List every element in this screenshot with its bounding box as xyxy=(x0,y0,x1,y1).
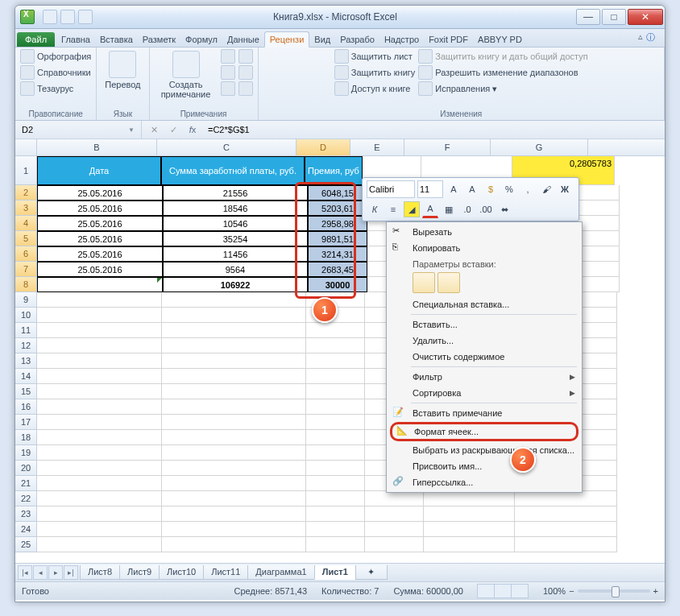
row-header-19[interactable]: 19 xyxy=(15,445,37,461)
ctx-filter[interactable]: Фильтр▶ xyxy=(388,369,580,385)
tab-home[interactable]: Главна xyxy=(56,32,95,47)
zoom-control[interactable]: 100% − + xyxy=(543,586,658,596)
sheet-tab-Лист11[interactable]: Лист11 xyxy=(203,565,248,580)
show-comment-icon[interactable] xyxy=(238,49,253,64)
allow-ranges-button[interactable]: Разрешить изменение диапазонов xyxy=(418,65,587,80)
ctx-hyperlink[interactable]: 🔗Гиперссылка... xyxy=(388,474,580,490)
ctx-sort[interactable]: Сортировка▶ xyxy=(388,385,580,401)
ctx-format-cells[interactable]: 📐Формат ячеек... xyxy=(390,422,578,441)
cancel-formula-icon[interactable]: ✕ xyxy=(147,123,161,136)
col-header-D[interactable]: D xyxy=(296,139,350,155)
view-break-icon[interactable] xyxy=(511,584,529,598)
mini-size-select[interactable] xyxy=(417,180,443,198)
view-layout-icon[interactable] xyxy=(494,584,512,598)
zoom-out-icon[interactable]: − xyxy=(569,586,574,596)
ctx-paste-special[interactable]: Специальная вставка... xyxy=(388,296,580,312)
mini-toolbar[interactable]: A A $ % , 🖌 Ж К ≡ ◢ A ▦ .0 .00 ⬌ xyxy=(362,177,579,221)
show-all-icon[interactable] xyxy=(238,65,253,80)
next-comment-icon[interactable] xyxy=(221,81,235,96)
row-header-3[interactable]: 3 xyxy=(15,201,37,216)
prev-comment-icon[interactable] xyxy=(221,65,235,80)
cell-c3[interactable]: 18546 xyxy=(163,201,308,216)
row-header-23[interactable]: 23 xyxy=(15,506,37,522)
delete-comment-icon[interactable] xyxy=(221,49,235,64)
mini-align-icon[interactable]: ≡ xyxy=(385,201,401,217)
view-normal-icon[interactable] xyxy=(477,584,495,598)
ctx-insert-comment[interactable]: 📝Вставить примечание xyxy=(388,405,580,421)
ctx-copy[interactable]: ⎘Копировать xyxy=(388,240,580,256)
cell-b6[interactable]: 25.05.2016 xyxy=(37,246,163,262)
row-header-14[interactable]: 14 xyxy=(15,369,37,384)
maximize-button[interactable]: □ xyxy=(602,9,626,25)
translate-button[interactable]: Перевод xyxy=(102,49,143,91)
row-header-7[interactable]: 7 xyxy=(15,262,37,277)
minimize-button[interactable]: — xyxy=(576,9,600,25)
row-header-20[interactable]: 20 xyxy=(15,461,37,476)
zoom-slider[interactable] xyxy=(578,589,650,593)
fx-icon[interactable]: fx xyxy=(185,123,200,136)
row-header-15[interactable]: 15 xyxy=(15,384,37,399)
row-header-18[interactable]: 18 xyxy=(15,430,37,445)
cell-c5[interactable]: 35254 xyxy=(163,231,308,246)
mini-currency-icon[interactable]: $ xyxy=(483,181,499,197)
sheet-nav-next[interactable]: ▸ xyxy=(48,565,63,580)
paste-option-1[interactable] xyxy=(413,272,435,293)
qat-save-icon[interactable] xyxy=(43,10,57,24)
cell-c8[interactable]: 106922 xyxy=(163,277,308,292)
cell-b2[interactable]: 25.05.2016 xyxy=(37,185,163,201)
formula-input[interactable]: =C2*$G$1 xyxy=(205,125,660,134)
ctx-cut[interactable]: ✂Вырезать xyxy=(388,224,580,240)
row-header-6[interactable]: 6 xyxy=(15,246,37,262)
cell-b5[interactable]: 25.05.2016 xyxy=(37,231,163,246)
mini-bold-icon[interactable]: Ж xyxy=(557,181,573,197)
mini-border-icon[interactable]: ▦ xyxy=(441,201,457,217)
mini-shrink-font-icon[interactable]: A xyxy=(464,181,480,197)
row-header-1[interactable]: 1 xyxy=(15,156,37,185)
row-header-24[interactable]: 24 xyxy=(15,522,37,537)
row-header-5[interactable]: 5 xyxy=(15,231,37,246)
sheet-tab-Лист1[interactable]: Лист1 xyxy=(314,565,356,580)
tab-foxit[interactable]: Foxit PDF xyxy=(424,32,473,47)
row-header-13[interactable]: 13 xyxy=(15,353,37,369)
cell-c6[interactable]: 11456 xyxy=(163,246,308,262)
mini-dec-decimal-icon[interactable]: .00 xyxy=(478,201,494,217)
cell-d4[interactable]: 2958,98 xyxy=(308,216,367,231)
sheet-tab-Лист10[interactable]: Лист10 xyxy=(159,565,204,580)
cell-d5[interactable]: 9891,51 xyxy=(308,231,367,246)
ribbon-minimize-icon[interactable]: ▵ xyxy=(638,31,643,43)
tab-dev[interactable]: Разрабо xyxy=(335,32,379,47)
ctx-insert[interactable]: Вставить... xyxy=(388,316,580,333)
sheet-tab-new[interactable]: ✦ xyxy=(355,565,388,580)
name-box[interactable]: D2▼ xyxy=(15,121,142,138)
sheet-nav-last[interactable]: ▸| xyxy=(64,565,78,580)
mini-comma-icon[interactable]: , xyxy=(520,181,536,197)
paste-option-2[interactable] xyxy=(437,272,460,293)
share-book-button[interactable]: Доступ к книге xyxy=(334,81,416,96)
cell-b4[interactable]: 25.05.2016 xyxy=(37,216,163,231)
tab-file[interactable]: Файл xyxy=(17,32,55,47)
tab-abbyy[interactable]: ABBYY PD xyxy=(473,32,527,47)
col-header-G[interactable]: G xyxy=(491,139,588,155)
cell-b3[interactable]: 25.05.2016 xyxy=(37,201,163,216)
row-header-10[interactable]: 10 xyxy=(15,308,37,323)
research-button[interactable]: Справочники xyxy=(20,65,91,80)
mini-font-color-icon[interactable]: A xyxy=(422,201,438,218)
row-header-12[interactable]: 12 xyxy=(15,338,37,353)
track-changes-button[interactable]: Исправления ▾ xyxy=(418,81,587,96)
cell-c4[interactable]: 10546 xyxy=(163,216,308,231)
select-all-corner[interactable] xyxy=(15,139,37,155)
help-icon[interactable]: ⓘ xyxy=(646,31,655,43)
mini-grow-font-icon[interactable]: A xyxy=(446,181,462,197)
close-button[interactable]: ✕ xyxy=(628,9,663,25)
zoom-in-icon[interactable]: + xyxy=(653,586,658,596)
row-header-11[interactable]: 11 xyxy=(15,323,37,338)
row-header-25[interactable]: 25 xyxy=(15,537,37,552)
cell-c2[interactable]: 21556 xyxy=(163,185,308,201)
cell-d3[interactable]: 5203,61 xyxy=(308,201,367,216)
new-comment-button[interactable]: Создать примечание xyxy=(155,49,218,101)
mini-paint-icon[interactable]: 🖌 xyxy=(538,181,554,197)
cell-d8[interactable]: 30000 xyxy=(308,277,367,292)
protect-sheet-button[interactable]: Защитить лист xyxy=(334,49,416,64)
mini-inc-decimal-icon[interactable]: .0 xyxy=(459,201,475,217)
row-header-22[interactable]: 22 xyxy=(15,491,37,506)
